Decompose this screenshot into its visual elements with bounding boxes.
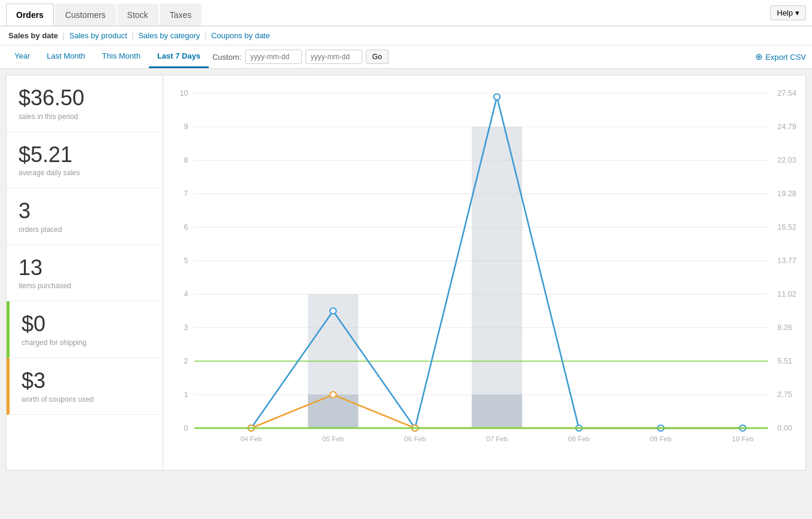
stat-value-items: 13: [19, 256, 151, 280]
stat-label-items: items purchased: [19, 282, 151, 290]
go-button[interactable]: Go: [366, 50, 389, 64]
stat-value-coupons: $3: [22, 369, 151, 393]
stat-coupons: $3 worth of coupons used: [7, 358, 163, 415]
subnav-sales-by-product[interactable]: Sales by product: [69, 31, 127, 40]
tab-stock[interactable]: Stock: [117, 4, 158, 26]
stat-value-avg: $5.21: [19, 143, 151, 167]
export-csv-button[interactable]: ⊕ Export CSV: [755, 51, 806, 62]
separator-1: |: [63, 31, 67, 40]
chart-svg: 10 27.54 9 24.79 8 22.03 7 19.28 6 16.52…: [169, 81, 799, 452]
help-label: Help: [777, 8, 793, 17]
chevron-down-icon: ▾: [795, 8, 799, 17]
subnav-current: Sales by date: [8, 31, 58, 40]
svg-text:24.79: 24.79: [777, 123, 796, 131]
svg-text:19.28: 19.28: [777, 190, 796, 198]
stat-value-shipping: $0: [22, 312, 151, 336]
stats-sidebar: $36.50 sales in this period $5.21 averag…: [7, 75, 163, 470]
subnav-sales-by-category[interactable]: Sales by category: [138, 31, 200, 40]
svg-text:9: 9: [184, 123, 188, 131]
period-tab-last-month[interactable]: Last Month: [38, 45, 93, 68]
svg-text:13.77: 13.77: [777, 257, 796, 265]
tab-customers[interactable]: Customers: [55, 4, 116, 26]
stat-value-sales: $36.50: [19, 86, 151, 110]
x-label-09feb: 09 Feb: [650, 435, 671, 442]
x-label-10feb: 10 Feb: [732, 435, 753, 442]
top-nav-bar: Orders Customers Stock Taxes Help ▾: [0, 0, 812, 26]
svg-text:8: 8: [184, 156, 188, 164]
svg-text:2: 2: [184, 357, 188, 365]
x-label-05feb: 05 Feb: [322, 435, 344, 442]
svg-text:8.26: 8.26: [777, 323, 792, 332]
svg-text:7: 7: [184, 190, 188, 198]
x-label-08feb: 08 Feb: [568, 435, 590, 442]
custom-date-area: Custom: Go: [212, 50, 388, 64]
stat-orders: 3 orders placed: [7, 188, 163, 245]
stat-avg-daily: $5.21 average daily sales: [7, 132, 163, 189]
svg-text:16.52: 16.52: [777, 223, 796, 231]
stat-label-sales: sales in this period: [19, 112, 151, 121]
tab-orders[interactable]: Orders: [6, 4, 54, 26]
main-content: $36.50 sales in this period $5.21 averag…: [6, 75, 806, 471]
separator-3: |: [204, 31, 209, 40]
export-label: Export CSV: [765, 53, 806, 62]
period-tab-last-7-days[interactable]: Last 7 Days: [149, 45, 209, 68]
custom-start-date[interactable]: [245, 50, 302, 64]
chart-area: 10 27.54 9 24.79 8 22.03 7 19.28 6 16.52…: [163, 75, 805, 470]
dot-07feb-blue: [494, 94, 500, 100]
stat-label-avg: average daily sales: [19, 169, 151, 177]
svg-text:3: 3: [184, 323, 188, 332]
separator-2: |: [132, 31, 136, 40]
svg-text:5: 5: [184, 257, 188, 265]
bar-dark-05-feb: [308, 395, 358, 428]
sub-nav: Sales by date | Sales by product | Sales…: [0, 26, 812, 45]
tab-taxes[interactable]: Taxes: [160, 4, 202, 26]
bar-07-feb: [472, 127, 522, 428]
x-label-06feb: 06 Feb: [404, 435, 426, 442]
period-tab-year[interactable]: Year: [6, 45, 38, 68]
x-label-07feb: 07 Feb: [486, 435, 508, 442]
svg-text:1: 1: [184, 390, 188, 399]
plus-circle-icon: ⊕: [755, 51, 763, 62]
help-button[interactable]: Help ▾: [770, 5, 806, 20]
svg-text:0: 0: [184, 424, 188, 432]
dot-05feb-blue: [330, 308, 337, 314]
dot-05feb-orange: [330, 392, 337, 398]
bar-dark-07-feb: [472, 395, 522, 428]
stat-shipping: $0 charged for shipping: [7, 301, 163, 358]
svg-text:2.75: 2.75: [777, 390, 792, 399]
period-tab-this-month[interactable]: This Month: [94, 45, 149, 68]
stat-sales-period: $36.50 sales in this period: [7, 75, 163, 132]
svg-text:10: 10: [180, 89, 188, 97]
stat-label-shipping: charged for shipping: [22, 338, 151, 347]
stat-value-orders: 3: [19, 199, 151, 223]
x-label-04feb: 04 Feb: [240, 435, 262, 442]
custom-end-date[interactable]: [306, 50, 362, 64]
stat-items: 13 items purchased: [7, 245, 163, 302]
svg-text:5.51: 5.51: [777, 357, 792, 365]
stat-label-orders: orders placed: [19, 225, 151, 234]
svg-text:0.00: 0.00: [777, 424, 792, 432]
svg-text:27.54: 27.54: [777, 89, 796, 97]
svg-text:11.02: 11.02: [777, 290, 796, 298]
svg-text:22.03: 22.03: [777, 156, 796, 164]
custom-label: Custom:: [212, 53, 241, 62]
svg-text:4: 4: [184, 290, 188, 298]
svg-text:6: 6: [184, 223, 188, 231]
subnav-coupons-by-date[interactable]: Coupons by date: [211, 31, 270, 40]
stat-label-coupons: worth of coupons used: [22, 395, 151, 404]
period-bar: Year Last Month This Month Last 7 Days C…: [0, 45, 812, 69]
